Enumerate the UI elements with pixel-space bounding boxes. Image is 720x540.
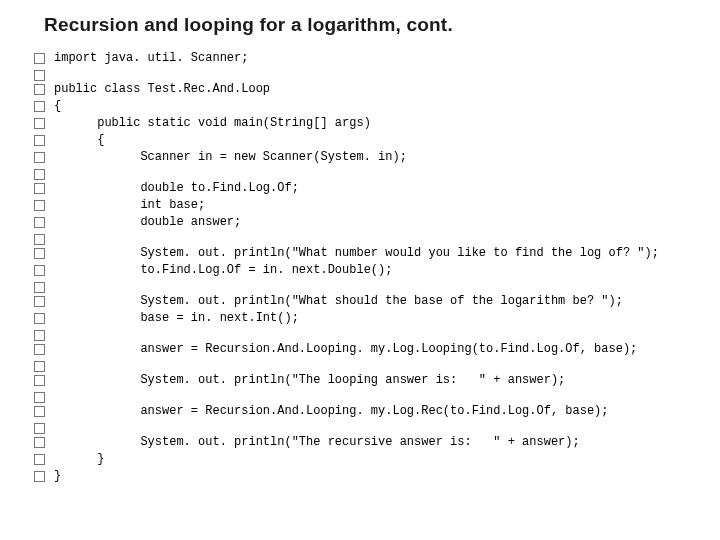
code-line: { [34, 132, 700, 149]
bullet-icon [34, 53, 45, 64]
code-block: import java. util. Scanner;public class … [34, 50, 700, 485]
bullet-icon [34, 423, 45, 434]
bullet-icon [34, 84, 45, 95]
slide-title: Recursion and looping for a logarithm, c… [44, 14, 700, 36]
code-text: public static void main(String[] args) [54, 115, 371, 132]
bullet-icon [34, 70, 45, 81]
code-text: System. out. println("The recursive answ… [54, 434, 580, 451]
slide: Recursion and looping for a logarithm, c… [0, 0, 720, 540]
bullet-icon [34, 361, 45, 372]
code-line [34, 420, 700, 434]
code-text: public class Test.Rec.And.Loop [54, 81, 270, 98]
bullet-icon [34, 282, 45, 293]
code-text: } [54, 451, 104, 468]
code-text: { [54, 98, 61, 115]
bullet-icon [34, 471, 45, 482]
code-line: System. out. println("What number would … [34, 245, 700, 262]
bullet-icon [34, 344, 45, 355]
bullet-icon [34, 313, 45, 324]
code-text: System. out. println("The looping answer… [54, 372, 565, 389]
bullet-icon [34, 118, 45, 129]
code-line: Scanner in = new Scanner(System. in); [34, 149, 700, 166]
code-text: base = in. next.Int(); [54, 310, 299, 327]
bullet-icon [34, 101, 45, 112]
code-line [34, 166, 700, 180]
code-text: } [54, 468, 61, 485]
bullet-icon [34, 392, 45, 403]
code-line: public static void main(String[] args) [34, 115, 700, 132]
bullet-icon [34, 265, 45, 276]
code-line [34, 67, 700, 81]
code-line [34, 358, 700, 372]
code-line: } [34, 451, 700, 468]
code-line [34, 389, 700, 403]
bullet-icon [34, 296, 45, 307]
code-text: double to.Find.Log.Of; [54, 180, 299, 197]
bullet-icon [34, 437, 45, 448]
code-line: public class Test.Rec.And.Loop [34, 81, 700, 98]
bullet-icon [34, 152, 45, 163]
code-text: answer = Recursion.And.Looping. my.Log.L… [54, 341, 637, 358]
code-line: int base; [34, 197, 700, 214]
code-text: int base; [54, 197, 205, 214]
code-line: { [34, 98, 700, 115]
code-text: Scanner in = new Scanner(System. in); [54, 149, 407, 166]
code-line: double answer; [34, 214, 700, 231]
code-line: System. out. println("What should the ba… [34, 293, 700, 310]
code-line [34, 279, 700, 293]
bullet-icon [34, 169, 45, 180]
bullet-icon [34, 248, 45, 259]
bullet-icon [34, 234, 45, 245]
code-line [34, 327, 700, 341]
code-line: System. out. println("The looping answer… [34, 372, 700, 389]
bullet-icon [34, 200, 45, 211]
bullet-icon [34, 406, 45, 417]
code-line: double to.Find.Log.Of; [34, 180, 700, 197]
code-text: double answer; [54, 214, 241, 231]
bullet-icon [34, 183, 45, 194]
code-line: System. out. println("The recursive answ… [34, 434, 700, 451]
code-line: answer = Recursion.And.Looping. my.Log.R… [34, 403, 700, 420]
code-text: System. out. println("What should the ba… [54, 293, 623, 310]
code-line: import java. util. Scanner; [34, 50, 700, 67]
bullet-icon [34, 217, 45, 228]
code-text: { [54, 132, 104, 149]
code-text: answer = Recursion.And.Looping. my.Log.R… [54, 403, 609, 420]
code-line: answer = Recursion.And.Looping. my.Log.L… [34, 341, 700, 358]
bullet-icon [34, 330, 45, 341]
code-line: } [34, 468, 700, 485]
bullet-icon [34, 454, 45, 465]
code-line [34, 231, 700, 245]
code-text: import java. util. Scanner; [54, 50, 248, 67]
bullet-icon [34, 375, 45, 386]
code-text: to.Find.Log.Of = in. next.Double(); [54, 262, 392, 279]
bullet-icon [34, 135, 45, 146]
code-text: System. out. println("What number would … [54, 245, 659, 262]
code-line: base = in. next.Int(); [34, 310, 700, 327]
code-line: to.Find.Log.Of = in. next.Double(); [34, 262, 700, 279]
